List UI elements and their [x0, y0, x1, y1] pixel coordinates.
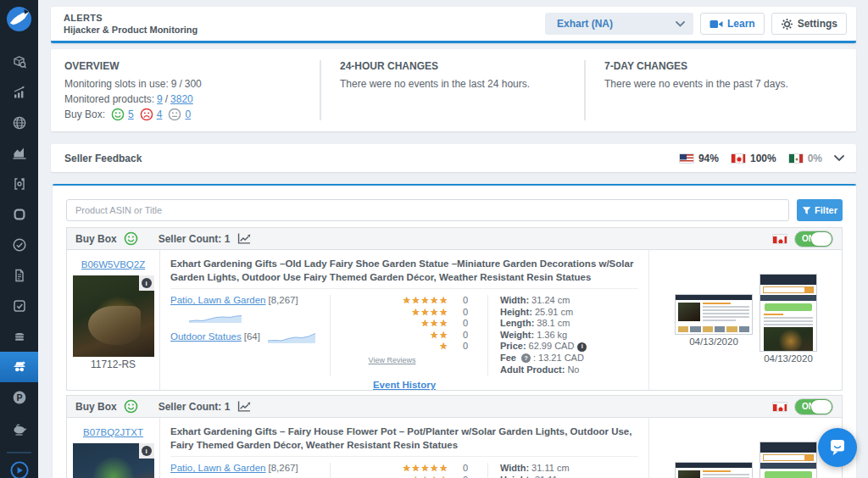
sidebar-item-profits[interactable]: P: [0, 382, 38, 413]
area-chart-icon: [11, 145, 28, 162]
star-icons: ★★: [430, 330, 448, 342]
seller-count-chart-icon[interactable]: [236, 400, 252, 413]
learn-button-label: Learn: [727, 18, 755, 30]
review-count: 0: [448, 463, 482, 475]
page-heading: ALERTS Hijacker & Product Monitoring: [64, 13, 198, 35]
fee-help-icon[interactable]: ?: [521, 353, 531, 363]
snapshots-column: [648, 418, 842, 478]
star-icons: ★★★★★: [403, 295, 448, 307]
category-rank: [64]: [244, 331, 260, 342]
changes-24h-title: 24-HOUR CHANGES: [340, 60, 570, 72]
sidebar-item-market-tracker[interactable]: [0, 138, 38, 169]
image-info-badge[interactable]: i: [139, 275, 154, 291]
sidebar-item-trends[interactable]: [0, 77, 38, 108]
feedback-mx: 0%: [788, 153, 822, 164]
view-reviews-link[interactable]: View Reviews: [331, 356, 453, 364]
sidebar-item-alerts-active[interactable]: [0, 352, 38, 382]
star-row: ★0: [331, 341, 482, 353]
account-selector[interactable]: Exhart (NA): [545, 13, 693, 35]
chat-bubble-button[interactable]: [818, 428, 857, 467]
category-rank: [8,267]: [269, 295, 298, 305]
settings-button-label: Settings: [798, 18, 837, 30]
chevron-down-icon: [676, 21, 685, 27]
mobile-snapshot-thumb[interactable]: 04/13/2020: [760, 274, 817, 364]
product-group-header: Buy Box Seller Count: 1 ON: [66, 395, 843, 418]
sidebar-item-listing-analyzer[interactable]: [0, 260, 38, 291]
desktop-snapshot-thumb[interactable]: [675, 462, 753, 478]
sidebar-item-keyword-tools[interactable]: [0, 169, 38, 199]
spec-row: Height:31.11 cm: [500, 475, 638, 478]
document-icon: [11, 267, 28, 284]
slots-label: Monitoring slots in use:: [64, 76, 169, 92]
product-image[interactable]: i: [73, 443, 154, 478]
monitored-products-total-link[interactable]: 3820: [170, 92, 193, 107]
sidebar-item-product-research[interactable]: [0, 47, 38, 77]
buybox-sad-count-link[interactable]: 4: [157, 107, 163, 122]
event-history-link[interactable]: Event History: [170, 380, 638, 390]
sidebar-item-inventory[interactable]: [0, 321, 38, 352]
product-image[interactable]: i: [73, 275, 154, 357]
filter-button[interactable]: Filter: [797, 199, 843, 221]
price-info-icon[interactable]: i: [577, 342, 587, 352]
feedback-expand-chevron-icon[interactable]: [834, 155, 844, 162]
spec-row: Price:62.99 CADi: [500, 341, 638, 353]
feedback-us: 94%: [679, 153, 719, 164]
seller-count-chart-icon[interactable]: [236, 232, 252, 245]
category-link[interactable]: Patio, Lawn & Garden: [170, 295, 266, 305]
sidebar-item-index-checker[interactable]: [0, 230, 38, 260]
rank-sparkline: [268, 330, 315, 343]
category-link[interactable]: Patio, Lawn & Garden: [170, 463, 266, 473]
play-circle-button[interactable]: [9, 460, 30, 478]
category-rank: [8,267]: [269, 463, 298, 473]
buybox-happy-icon: [124, 231, 138, 246]
asin-link[interactable]: B07BQ2JTXT: [83, 427, 143, 437]
sidebar-item-wishlist[interactable]: [0, 413, 38, 443]
sad-face-icon: [140, 108, 153, 121]
happy-face-icon: [111, 108, 125, 121]
category-link[interactable]: Outdoor Statues: [170, 331, 242, 342]
sidebar-item-checklist[interactable]: [0, 291, 38, 321]
monitored-products-used-link[interactable]: 9: [157, 92, 163, 107]
products-label: Monitored products:: [64, 92, 154, 107]
logo-swoosh-icon: [6, 6, 32, 32]
star-icons: ★: [439, 341, 448, 353]
mobile-snapshot-thumb[interactable]: [760, 442, 817, 478]
helium10-logo[interactable]: [6, 6, 32, 32]
monitored-products-line: Monitored products: 9 / 3820: [64, 92, 306, 107]
play-icon: [9, 460, 30, 478]
sidebar-item-scribbles[interactable]: [0, 199, 38, 230]
buybox-line: Buy Box: 5 4 0: [64, 107, 306, 122]
learn-button[interactable]: Learn: [700, 13, 765, 35]
products-panel: Filter Buy Box Seller Count: 1 ON B06W5V…: [53, 184, 856, 478]
desktop-snapshot-thumb[interactable]: 04/13/2020: [675, 294, 753, 347]
sidebar-item-magnet[interactable]: [0, 108, 38, 138]
settings-button[interactable]: Settings: [771, 13, 847, 35]
seller-feedback-title: Seller Feedback: [64, 153, 142, 164]
category-column: Patio, Lawn & Garden [8,267] Outdoor Sta…: [170, 295, 330, 375]
buybox-happy-count-link[interactable]: 5: [128, 107, 134, 122]
monitoring-toggle[interactable]: ON: [794, 231, 833, 247]
star-icons: ★★★★: [412, 475, 448, 478]
image-info-badge[interactable]: i: [139, 443, 154, 459]
reviews-column: ★★★★★0 ★★★★0 ★★★0 ★★0 ★0 View Reviews: [330, 295, 487, 375]
video-camera-icon: [709, 19, 723, 30]
app-root: P ALERTS Hijacker & Product Monitoring E…: [0, 0, 868, 478]
category-line: Patio, Lawn & Garden [8,267]: [170, 295, 330, 305]
mx-feedback-value: 0%: [808, 153, 822, 164]
monitoring-toggle[interactable]: ON: [794, 398, 833, 415]
asin-link[interactable]: B06W5VBQ2Z: [81, 259, 145, 270]
category-column: Patio, Lawn & Garden [8,267]: [170, 463, 330, 478]
us-feedback-value: 94%: [698, 153, 719, 164]
product-details: Patio, Lawn & Garden [8,267] ★★★★★0 ★★★★…: [170, 456, 638, 478]
buybox-status-label: Buy Box: [75, 233, 117, 245]
sidebar: P: [0, 0, 38, 478]
review-count: 0: [448, 318, 482, 330]
desktop-snapshot-image: [675, 294, 753, 335]
slots-separator: /: [179, 76, 181, 92]
account-selector-value: Exhart (NA): [557, 18, 613, 30]
svg-text:P: P: [16, 392, 22, 403]
info-icon: i: [142, 278, 152, 288]
product-search-input[interactable]: [66, 199, 789, 221]
buybox-neutral-count-link[interactable]: 0: [185, 107, 191, 122]
neutral-face-icon: [168, 108, 181, 121]
